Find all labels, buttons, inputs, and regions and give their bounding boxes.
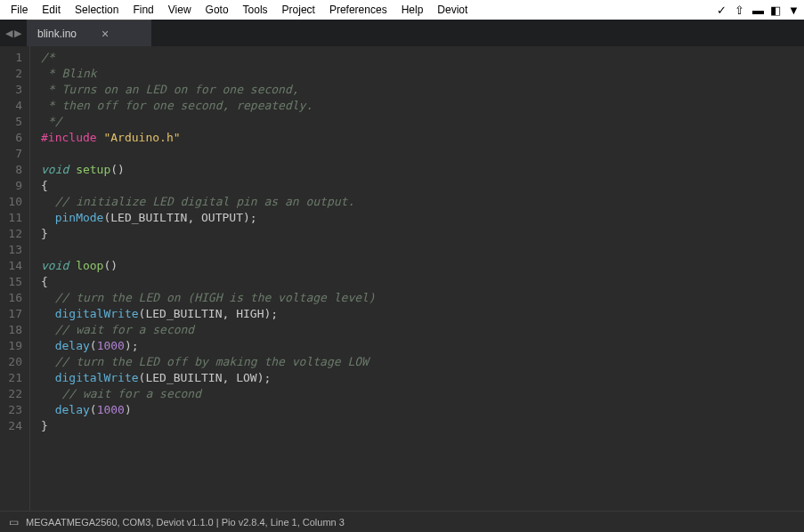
code-token: /* bbox=[41, 51, 55, 64]
code-token: HIGH bbox=[236, 307, 264, 320]
code-token: , bbox=[187, 211, 201, 224]
code-line[interactable] bbox=[41, 146, 376, 162]
build-icon[interactable]: ✓ bbox=[711, 2, 729, 19]
line-number: 19 bbox=[4, 338, 22, 354]
line-number: 3 bbox=[4, 82, 22, 98]
code-token bbox=[69, 163, 76, 176]
code-token: { bbox=[41, 275, 48, 288]
line-number: 11 bbox=[4, 210, 22, 226]
code-token: "Arduino.h" bbox=[103, 131, 180, 144]
line-number: 8 bbox=[4, 162, 22, 178]
line-number: 14 bbox=[4, 258, 22, 274]
code-token bbox=[41, 291, 55, 304]
menu-help[interactable]: Help bbox=[394, 2, 431, 18]
menu-edit[interactable]: Edit bbox=[35, 2, 68, 18]
code-line[interactable]: // wait for a second bbox=[41, 386, 376, 402]
code-line[interactable]: } bbox=[41, 418, 376, 434]
code-token: ) bbox=[125, 403, 132, 416]
code-line[interactable]: // initialize LED digital pin as an outp… bbox=[41, 194, 376, 210]
code-token: delay bbox=[55, 403, 90, 416]
code-token bbox=[41, 355, 55, 368]
code-token: 1000 bbox=[97, 403, 125, 416]
code-line[interactable]: /* bbox=[41, 50, 376, 66]
menu-project[interactable]: Project bbox=[275, 2, 322, 18]
close-icon[interactable]: × bbox=[102, 28, 109, 40]
line-number: 21 bbox=[4, 370, 22, 386]
code-token: */ bbox=[41, 115, 61, 128]
code-token: { bbox=[41, 179, 48, 192]
line-number: 22 bbox=[4, 386, 22, 402]
code-line[interactable] bbox=[41, 242, 376, 258]
tab-next-icon[interactable]: ▶ bbox=[14, 28, 21, 39]
code-token bbox=[41, 387, 61, 400]
code-token: # bbox=[41, 131, 48, 144]
monitor-icon[interactable]: ▬ bbox=[747, 2, 765, 19]
code-token: LED_BUILTIN bbox=[145, 307, 222, 320]
line-number: 10 bbox=[4, 194, 22, 210]
line-number: 16 bbox=[4, 290, 22, 306]
code-token: ); bbox=[243, 211, 257, 224]
code-line[interactable]: { bbox=[41, 178, 376, 194]
line-number: 17 bbox=[4, 306, 22, 322]
code-token: setup bbox=[76, 163, 110, 176]
code-line[interactable]: delay(1000) bbox=[41, 402, 376, 418]
code-line[interactable]: * Turns on an LED on for one second, bbox=[41, 82, 376, 98]
code-line[interactable]: * Blink bbox=[41, 66, 376, 82]
line-number: 4 bbox=[4, 98, 22, 114]
code-token: // wait for a second bbox=[61, 387, 201, 400]
code-token: * Blink bbox=[41, 67, 97, 80]
editor[interactable]: 123456789101112131415161718192021222324 … bbox=[0, 46, 804, 511]
menu-selection[interactable]: Selection bbox=[68, 2, 126, 18]
code-line[interactable]: */ bbox=[41, 114, 376, 130]
code-token: // turn the LED on (HIGH is the voltage … bbox=[55, 291, 376, 304]
code-token: OUTPUT bbox=[201, 211, 243, 224]
line-number: 18 bbox=[4, 322, 22, 338]
menu-deviot[interactable]: Deviot bbox=[430, 2, 475, 18]
code-line[interactable]: // turn the LED on (HIGH is the voltage … bbox=[41, 290, 376, 306]
code-line[interactable]: pinMode(LED_BUILTIN, OUTPUT); bbox=[41, 210, 376, 226]
code-token: ( bbox=[90, 339, 97, 352]
code-token bbox=[41, 211, 55, 224]
code-line[interactable]: void setup() bbox=[41, 162, 376, 178]
code-area[interactable]: /* * Blink * Turns on an LED on for one … bbox=[30, 46, 376, 511]
code-token bbox=[41, 403, 55, 416]
code-line[interactable]: { bbox=[41, 274, 376, 290]
code-token bbox=[41, 195, 55, 208]
code-token bbox=[69, 259, 76, 272]
code-line[interactable]: } bbox=[41, 226, 376, 242]
code-line[interactable]: digitalWrite(LED_BUILTIN, LOW); bbox=[41, 370, 376, 386]
code-line[interactable]: void loop() bbox=[41, 258, 376, 274]
upload-icon[interactable]: ⇧ bbox=[729, 2, 747, 19]
line-number: 6 bbox=[4, 130, 22, 146]
dropdown-icon[interactable]: ▼ bbox=[783, 2, 800, 19]
menu-view[interactable]: View bbox=[161, 2, 199, 18]
menubar: File Edit Selection Find View Goto Tools… bbox=[0, 0, 804, 20]
line-number: 2 bbox=[4, 66, 22, 82]
code-line[interactable]: delay(1000); bbox=[41, 338, 376, 354]
panel-icon[interactable]: ▭ bbox=[9, 516, 19, 528]
console-icon[interactable]: ◧ bbox=[765, 2, 783, 19]
code-line[interactable]: // turn the LED off by making the voltag… bbox=[41, 354, 376, 370]
code-token: LOW bbox=[236, 371, 256, 384]
code-token: } bbox=[41, 419, 48, 432]
code-line[interactable]: digitalWrite(LED_BUILTIN, HIGH); bbox=[41, 306, 376, 322]
menu-file[interactable]: File bbox=[4, 2, 35, 18]
menu-tools[interactable]: Tools bbox=[236, 2, 275, 18]
tab-prev-icon[interactable]: ◀ bbox=[5, 28, 12, 39]
code-token: () bbox=[110, 163, 125, 176]
tab-blink-ino[interactable]: blink.ino × bbox=[27, 20, 151, 46]
menu-preferences[interactable]: Preferences bbox=[322, 2, 394, 18]
code-token: LED_BUILTIN bbox=[110, 211, 187, 224]
line-number: 5 bbox=[4, 114, 22, 130]
code-line[interactable]: * then off for one second, repeatedly. bbox=[41, 98, 376, 114]
code-line[interactable]: #include "Arduino.h" bbox=[41, 130, 376, 146]
tab-row: ◀ ▶ blink.ino × bbox=[0, 20, 804, 46]
menu-find[interactable]: Find bbox=[126, 2, 160, 18]
menu-goto[interactable]: Goto bbox=[199, 2, 236, 18]
status-text: MEGAATMEGA2560, COM3, Deviot v1.1.0 | Pi… bbox=[26, 517, 345, 528]
code-token: void bbox=[41, 259, 69, 272]
line-number: 13 bbox=[4, 242, 22, 258]
code-token: ( bbox=[90, 403, 97, 416]
code-line[interactable]: // wait for a second bbox=[41, 322, 376, 338]
line-number: 7 bbox=[4, 146, 22, 162]
